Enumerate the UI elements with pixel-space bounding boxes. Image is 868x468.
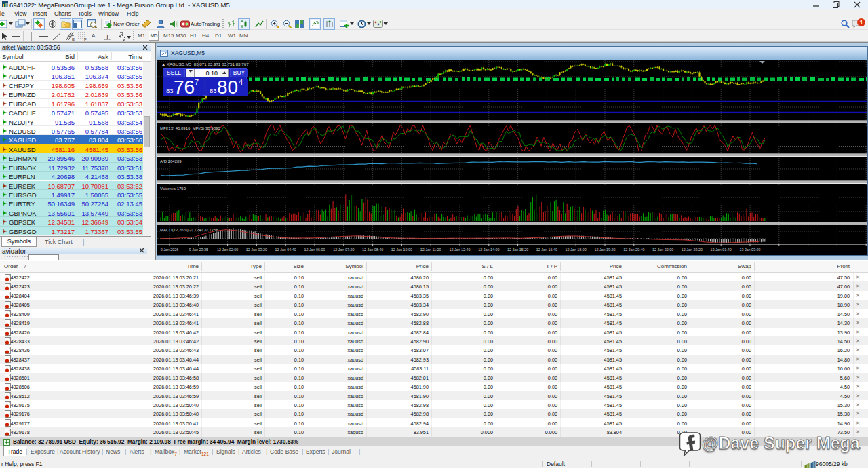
svg-text:12 Jan 15:20: 12 Jan 15:20 — [507, 248, 528, 252]
svg-text:13 Jan 01:40: 13 Jan 01:40 — [711, 248, 732, 252]
svg-text:E: E — [72, 37, 75, 41]
svg-text:12 Jan 23:20: 12 Jan 23:20 — [682, 248, 703, 252]
svg-text:12 Jan 22:00: 12 Jan 22:00 — [652, 248, 673, 252]
svg-text:9 Jan 2026: 9 Jan 2026 — [161, 248, 179, 252]
svg-text:12 Jan 06:00: 12 Jan 06:00 — [304, 248, 325, 252]
svg-text:MACD(12,26,9) -0.1247 -0.1756: MACD(12,26,9) -0.1247 -0.1756 — [160, 228, 218, 232]
svg-text:12 Jan 03:20: 12 Jan 03:20 — [246, 248, 267, 252]
svg-text:12 Jan 04:40: 12 Jan 04:40 — [275, 248, 296, 252]
svg-text:12 Jan 18:00: 12 Jan 18:00 — [566, 248, 587, 252]
svg-text:F: F — [84, 37, 87, 41]
svg-text:12 Jan 10:00: 12 Jan 10:00 — [391, 248, 412, 252]
svg-text:13 Jan 03:00: 13 Jan 03:00 — [739, 248, 760, 252]
svg-text:12 Jan 16:40: 12 Jan 16:40 — [536, 248, 557, 252]
svg-text:1: 1 — [859, 19, 863, 26]
svg-text:9 Jan 23:35: 9 Jan 23:35 — [189, 248, 208, 252]
svg-text:12 Jan 14:00: 12 Jan 14:00 — [478, 248, 499, 252]
svg-text:A/D 264209: A/D 264209 — [160, 159, 182, 163]
svg-text:12 Jan 19:20: 12 Jan 19:20 — [594, 248, 615, 252]
svg-text:Volumes 1750: Volumes 1750 — [160, 187, 186, 191]
svg-text:12 Jan 12:40: 12 Jan 12:40 — [449, 248, 470, 252]
svg-text:MFI(13) 46.0916 MFI(5) 38.989: MFI(13) 46.0916 MFI(5) 38.9890 — [160, 126, 220, 130]
svg-text:12 Jan 11:20: 12 Jan 11:20 — [420, 248, 441, 252]
svg-text:12 Jan 20:40: 12 Jan 20:40 — [623, 248, 644, 252]
svg-text:T: T — [106, 33, 110, 40]
svg-text:▲ XAGUSD,M5 83.871 83.971 83.: ▲ XAGUSD,M5 83.871 83.971 83.751 83.767 — [161, 62, 249, 66]
svg-text:12 Jan 08:40: 12 Jan 08:40 — [362, 248, 383, 252]
svg-text:12 Jan 07:20: 12 Jan 07:20 — [333, 248, 354, 252]
svg-text:12 Jan 02:00: 12 Jan 02:00 — [217, 248, 238, 252]
